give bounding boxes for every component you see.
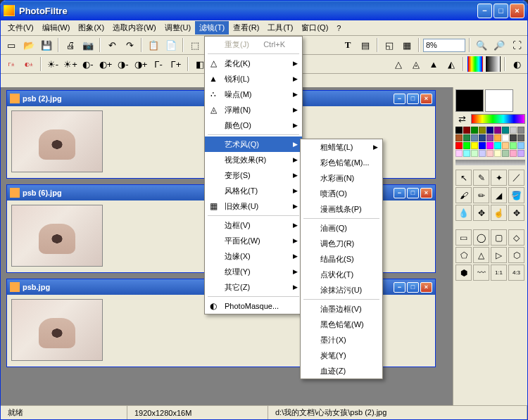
sat-minus-button[interactable]: ◑- (115, 56, 131, 72)
palette-swatch[interactable] (471, 134, 478, 141)
palette-swatch[interactable] (502, 134, 509, 141)
menu-item[interactable]: 彩色铅笔(M)... (301, 155, 382, 170)
palette-swatch[interactable] (517, 134, 524, 141)
lasso-shape[interactable]: ⬡ (508, 247, 524, 263)
menu-item[interactable]: 变形(S)▶ (205, 167, 302, 183)
menu-item[interactable]: ? (332, 23, 345, 34)
blur-tool[interactable]: 💧 (455, 205, 472, 221)
scan-button[interactable]: 📷 (80, 37, 96, 53)
line-tool[interactable]: ／ (508, 170, 524, 186)
print-button[interactable]: 🖨 (63, 37, 78, 53)
palette-swatch[interactable] (486, 150, 494, 157)
sharpen-button[interactable]: ▲ (426, 56, 441, 72)
menu-item[interactable]: ◐PhotoMasque... (205, 298, 302, 314)
doc-close-button[interactable]: × (420, 282, 432, 293)
eyedropper-tool[interactable]: ✎ (473, 170, 489, 186)
image-thumbnail[interactable] (11, 110, 103, 172)
menu-item[interactable]: 边缘(X)▶ (205, 248, 302, 264)
menu-item[interactable]: 工具(T) (263, 21, 297, 34)
palette-swatch[interactable] (463, 142, 470, 149)
window-close-button[interactable]: × (510, 4, 524, 18)
contrast-minus-button[interactable]: ◐- (80, 56, 96, 72)
menu-item[interactable]: 颜色(O)▶ (205, 117, 302, 133)
doc-min-button[interactable]: − (394, 94, 406, 104)
gamma-plus-button[interactable]: Γ+ (168, 56, 184, 72)
palette-swatch[interactable] (486, 142, 494, 149)
menu-item[interactable]: ∴噪点(M)▶ (205, 87, 302, 102)
zoom-out-button[interactable]: 🔎 (491, 37, 507, 53)
menu-item[interactable]: 图象(X) (74, 21, 108, 34)
palette-swatch[interactable] (455, 127, 463, 134)
free-shape[interactable]: 〰 (473, 265, 489, 281)
palette-swatch[interactable] (479, 134, 486, 141)
ratio-43[interactable]: 4:3 (508, 265, 524, 281)
menu-item[interactable]: 选取内容(W) (108, 21, 161, 34)
doc-max-button[interactable]: □ (407, 282, 419, 293)
window-maximize-button[interactable]: □ (494, 4, 508, 18)
palette-swatch[interactable] (502, 142, 509, 149)
menu-item[interactable]: 墨汁(X) (301, 332, 382, 348)
brush-tool[interactable]: 🖌 (455, 187, 472, 203)
soften-button[interactable]: △ (391, 56, 406, 72)
mask-button[interactable]: ◐ (509, 56, 524, 72)
pentagon-shape[interactable]: ⬠ (455, 247, 472, 263)
triangle-shape[interactable]: △ (473, 247, 489, 263)
menu-item[interactable]: ▲锐利(L)▶ (205, 71, 302, 87)
menu-item[interactable]: △柔化(K)▶ (205, 56, 302, 71)
open-button[interactable]: 📂 (21, 37, 37, 53)
roundrect-shape[interactable]: ▢ (491, 229, 507, 246)
palette-swatch[interactable] (463, 127, 470, 134)
menu-item[interactable]: ◬浮雕(N)▶ (205, 102, 302, 117)
poly-shape[interactable]: ⬢ (455, 265, 472, 281)
menu-item[interactable]: 视觉效果(R)▶ (205, 152, 302, 167)
menu-item[interactable]: 滤镜(T) (195, 21, 229, 34)
palette-swatch[interactable] (502, 127, 509, 134)
menu-item[interactable]: 纹理(Y)▶ (205, 264, 302, 279)
palette-swatch[interactable] (510, 127, 517, 134)
doc-close-button[interactable]: × (420, 94, 432, 104)
palette-swatch[interactable] (494, 150, 501, 157)
palette-swatch[interactable] (502, 150, 509, 157)
wand-tool[interactable]: ✦ (491, 170, 507, 186)
palette-swatch[interactable] (455, 134, 463, 141)
zoom-input[interactable]: 8% (423, 39, 465, 52)
undo-button[interactable]: ↶ (104, 37, 120, 53)
palette-swatch[interactable] (479, 150, 486, 157)
palette-swatch[interactable] (455, 142, 463, 149)
menu-item[interactable]: 漫画线条(P) (301, 201, 382, 217)
menu-item[interactable]: 炭笔(Y) (301, 348, 382, 363)
text-button[interactable]: T (340, 37, 356, 53)
ratio-11[interactable]: 1:1 (491, 265, 507, 281)
fill-tool[interactable]: 🪣 (508, 187, 524, 203)
paste-button[interactable]: 📄 (163, 37, 179, 53)
menu-item[interactable]: 油画(Q) (301, 220, 382, 236)
menu-item[interactable]: 点状化(T) (301, 267, 382, 282)
size-button[interactable]: ⬚ (187, 37, 203, 53)
menu-item[interactable]: ▦旧效果(U)▶ (205, 198, 302, 214)
menu-item[interactable]: 平面化(W)▶ (205, 233, 302, 248)
pencil-tool[interactable]: ✏ (473, 187, 489, 203)
palette-swatch[interactable] (455, 150, 463, 157)
menu-item[interactable]: 结晶化(S) (301, 251, 382, 267)
rect-shape[interactable]: ▭ (455, 229, 472, 246)
palette-swatch[interactable] (517, 150, 524, 157)
palette-swatch[interactable] (486, 127, 494, 134)
menu-item[interactable]: 边框(V)▶ (205, 217, 302, 233)
pointer-tool[interactable]: ↖ (455, 170, 472, 186)
palette-swatch[interactable] (463, 134, 470, 141)
background-color[interactable] (485, 89, 513, 112)
auto-levels-button[interactable]: Γ± (4, 56, 19, 72)
image-thumbnail[interactable] (11, 205, 103, 267)
palette-swatch[interactable] (486, 134, 494, 141)
gray-gradient-button[interactable] (485, 56, 501, 72)
new-button[interactable]: ▭ (4, 37, 19, 53)
palette-swatch[interactable] (510, 150, 517, 157)
gamma-minus-button[interactable]: Γ- (151, 56, 166, 72)
edge-button[interactable]: ◭ (444, 56, 459, 72)
bright-minus-button[interactable]: ☀- (45, 56, 61, 72)
menu-item[interactable]: 调整(U) (161, 21, 195, 34)
airbrush-tool[interactable]: ◢ (491, 187, 507, 203)
image-thumbnail[interactable] (11, 299, 103, 361)
palette-swatch[interactable] (479, 142, 486, 149)
blur-button[interactable]: ◬ (408, 56, 424, 72)
